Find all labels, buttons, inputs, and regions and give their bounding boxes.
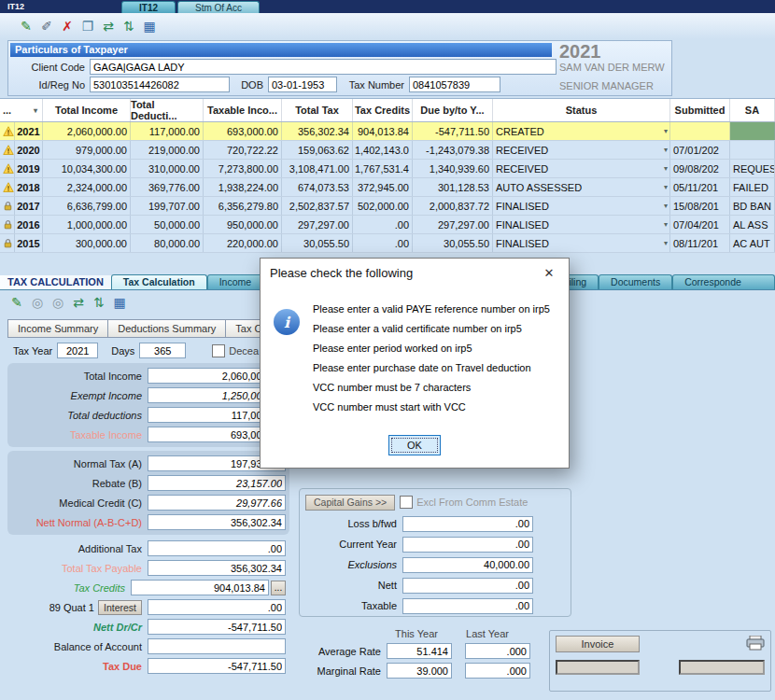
grid-row[interactable]: 2019 10,034,300.00 310,000.00 7,273,800.… [0,160,775,178]
delete-icon[interactable]: ✗ [58,17,77,35]
rates-panel: This Year Last Year Average Rate Margina… [304,628,543,680]
invoice-field-2[interactable] [679,660,765,675]
tax-credits-more-button[interactable]: ... [271,581,286,595]
status-dropdown-icon[interactable]: ▾ [662,239,669,247]
tab-documents[interactable]: Documents [599,274,672,289]
due-cell: 1,340,939.60 [413,160,493,177]
cg-taxable-label: Taxable [305,600,402,611]
invoice-button[interactable]: Invoice [556,636,640,652]
client-code-label: Client Code [10,62,90,73]
average-rate-this-input[interactable] [387,643,452,659]
dialog-message: Please enter a valid PAYE reference numb… [313,303,559,323]
print-icon[interactable] [746,636,765,652]
average-rate-last-input[interactable] [465,643,530,659]
total-tax-payable-input[interactable] [148,560,286,576]
filter-header[interactable]: ...▾ [0,99,43,121]
tab-stm-of-acc[interactable]: Stm Of Acc [177,1,260,14]
grid-row[interactable]: 2018 2,324,000.00 369,776.00 1,938,224.0… [0,178,775,197]
tax-credits-cell: 1,767,531.4 [353,160,413,177]
export-icon[interactable]: ⇄ [99,17,118,35]
ok-button[interactable]: OK [388,435,441,455]
grid-row[interactable]: 2016 1,000,000.00 50,000.00 950,000.00 2… [0,216,775,234]
status-cell: RECEIVED ▾ [493,160,670,177]
header-tax-credits[interactable]: Tax Credits [353,99,413,121]
tax-credits-input[interactable] [131,580,269,595]
dialog-message: Please enter purchase date on Travel ded… [313,362,559,382]
title-bar: IT12 IT12 Stm Of Acc [0,0,775,13]
exclusions-input[interactable] [402,557,533,573]
cg-taxable-input[interactable] [402,598,533,614]
filter-header-label: ... [3,105,11,116]
rebate-label: Rebate (B) [11,478,148,489]
export-icon[interactable]: ⇄ [69,293,88,312]
grid-row[interactable]: 2020 979,000.00 219,000.00 720,722.22 15… [0,141,775,160]
header-total-tax[interactable]: Total Tax [282,99,353,121]
header-total-deductions[interactable]: Total Deducti... [131,99,204,121]
header-due[interactable]: Due by/to Y... [413,99,493,121]
header-total-income[interactable]: Total Income [43,99,131,121]
id-input[interactable] [90,77,230,92]
tax-number-input[interactable] [409,77,500,92]
quat89-input[interactable] [148,599,286,615]
status-dropdown-icon[interactable]: ▾ [662,183,669,191]
grid-row[interactable]: 2017 6,636,799.00 199,707.00 6,356,279.8… [0,197,775,216]
header-sa[interactable]: SA [730,99,775,121]
grid-row[interactable]: 2015 300,000.00 80,000.00 220,000.00 30,… [0,234,775,253]
forward-icon[interactable]: ◎ [49,293,67,312]
deceased-checkbox[interactable] [212,344,225,357]
status-dropdown-icon[interactable]: ▾ [662,127,669,135]
header-submitted[interactable]: Submitted [670,99,730,121]
capital-gains-button[interactable]: Capital Gains >> [305,495,395,511]
loss-bfwd-input[interactable] [402,516,533,532]
subtab-income-summary[interactable]: Income Summary [7,319,107,338]
dob-input[interactable] [268,77,337,92]
grid-row[interactable]: 2021 2,060,000.00 117,000.00 693,000.00 … [0,122,775,141]
current-year-input[interactable] [402,537,533,553]
status-dropdown-icon[interactable]: ▾ [662,164,669,173]
balance-of-account-input[interactable] [148,638,286,654]
new-document-icon[interactable]: ✐ [37,17,56,35]
tab-tax-calculation[interactable]: Tax Calculation [111,274,207,289]
status-value: CREATED [496,126,544,137]
import-icon[interactable]: ⇅ [90,293,108,312]
tab-it12[interactable]: IT12 [121,1,176,14]
import-icon[interactable]: ⇅ [120,17,138,35]
submitted-cell: 07/01/202 [670,141,730,159]
excl-comm-estate-checkbox[interactable] [400,496,413,509]
dialog-title: Please check the following [261,266,529,280]
status-dropdown-icon[interactable]: ▾ [662,220,669,229]
status-dropdown-icon[interactable]: ▾ [662,202,669,210]
nett-normal-input[interactable] [148,514,286,530]
capital-gains-panel: Capital Gains >> Excl From Comm Estate L… [299,488,571,617]
copy-icon[interactable]: ❐ [78,17,97,35]
dialog-message: VCC number must start with VCC [313,401,559,421]
nett-drcr-input[interactable] [148,619,286,635]
tax-due-input[interactable] [148,658,286,674]
edit-icon[interactable]: ✎ [7,293,26,312]
medical-credit-input[interactable] [148,495,286,511]
current-year-label: Current Year [305,539,402,550]
client-code-input[interactable] [90,59,557,75]
tab-correspondence[interactable]: Corresponde [672,274,775,289]
days-input[interactable] [139,343,186,358]
invoice-field-1[interactable] [556,660,640,675]
tax-year-input[interactable] [57,343,98,358]
header-status[interactable]: Status [493,99,670,121]
status-dropdown-icon[interactable]: ▾ [662,146,669,154]
tab-income[interactable]: Income [207,274,263,289]
marginal-rate-this-input[interactable] [387,663,452,679]
main-toolbar: ✎✐✗❐⇄⇅▦ [0,13,775,39]
nett-input[interactable] [402,578,533,594]
grid-icon[interactable]: ▦ [140,17,159,35]
back-icon[interactable]: ◎ [28,293,47,312]
status-cell: FINALISED ▾ [493,216,670,233]
grid-icon[interactable]: ▦ [110,293,129,312]
rebate-input[interactable] [148,475,286,491]
header-taxable-income[interactable]: Taxable Inco... [204,99,282,121]
subtab-deductions-summary[interactable]: Deductions Summary [107,319,225,338]
additional-tax-input[interactable] [148,540,286,556]
marginal-rate-last-input[interactable] [465,663,530,679]
close-icon[interactable]: ✕ [529,259,569,287]
interest-button[interactable]: Interest [98,600,142,615]
edit-icon[interactable]: ✎ [17,17,35,35]
